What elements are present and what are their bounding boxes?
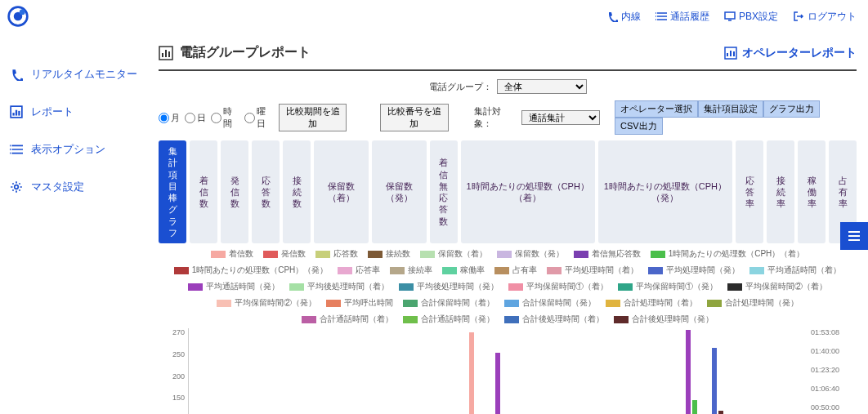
legend-item: 合計通話時間（発） bbox=[403, 314, 494, 325]
legend-item: 占有率 bbox=[494, 265, 537, 276]
chart-icon bbox=[10, 105, 23, 118]
legend-item: 平均後処理時間（着） bbox=[289, 281, 389, 292]
svg-rect-17 bbox=[165, 50, 167, 57]
sidebar-item-chart[interactable]: レポート bbox=[0, 93, 147, 131]
tab[interactable]: 稼働率 bbox=[798, 140, 825, 243]
tab[interactable]: 応答率 bbox=[736, 140, 763, 243]
sidebar-item-phone[interactable]: リアルタイムモニター bbox=[0, 56, 147, 93]
svg-rect-10 bbox=[18, 111, 20, 116]
logout-icon bbox=[793, 11, 804, 22]
legend-item: 着信数 bbox=[211, 248, 253, 260]
legend-item: 合計処理時間（着） bbox=[606, 297, 697, 309]
topnav-list[interactable]: 通話履歴 bbox=[655, 10, 709, 24]
legend-item: 平均通話時間（発） bbox=[188, 281, 280, 292]
bar-group bbox=[602, 328, 808, 414]
gear-icon bbox=[10, 180, 23, 194]
legend-item: 着信無応答数 bbox=[574, 248, 641, 260]
svg-rect-20 bbox=[727, 53, 728, 56]
app-logo bbox=[7, 5, 29, 28]
monitor-icon bbox=[724, 11, 736, 22]
legend-item: 合計処理時間（発） bbox=[707, 297, 799, 309]
svg-point-11 bbox=[10, 145, 11, 146]
tab[interactable]: 接続率 bbox=[767, 140, 794, 243]
period-day-radio[interactable]: 日 bbox=[185, 112, 206, 124]
tab[interactable]: 保留数（発） bbox=[372, 140, 427, 243]
svg-point-12 bbox=[10, 149, 11, 150]
operator-report-link[interactable]: オペレーターレポート bbox=[724, 46, 857, 60]
action-グラフ出力[interactable]: グラフ出力 bbox=[763, 100, 820, 118]
svg-rect-21 bbox=[730, 51, 732, 56]
legend-item: 保留数（発） bbox=[497, 248, 564, 260]
legend-item: 平均保留時間②（発） bbox=[217, 297, 316, 309]
legend-item: 1時間あたりの処理数（CPH）（着） bbox=[651, 248, 805, 260]
hamburger-icon bbox=[847, 229, 861, 243]
legend-item: 平均処理時間（発） bbox=[648, 265, 740, 276]
tab[interactable]: 応答数 bbox=[252, 140, 280, 243]
tab[interactable]: 保留数（着） bbox=[314, 140, 369, 243]
legend-item: 平均呼出時間 bbox=[326, 297, 393, 309]
legend-item: 稼働率 bbox=[442, 265, 485, 276]
bar bbox=[718, 411, 723, 414]
legend-item: 発信数 bbox=[263, 248, 306, 260]
bar bbox=[495, 353, 500, 414]
action-集計項目設定[interactable]: 集計項目設定 bbox=[698, 100, 763, 118]
period-month-radio[interactable]: 月 bbox=[159, 112, 180, 124]
tab[interactable]: 着信無応答数 bbox=[430, 140, 458, 243]
tab[interactable]: 接続数 bbox=[283, 140, 311, 243]
period-hour-radio[interactable]: 時間 bbox=[211, 105, 239, 130]
bar-group bbox=[395, 328, 601, 414]
svg-rect-22 bbox=[733, 51, 735, 56]
compare-period-button[interactable]: 比較期間を追加 bbox=[279, 104, 347, 131]
legend-item: 合計通話時間（着） bbox=[302, 314, 393, 325]
legend-item: 接続数 bbox=[368, 248, 410, 260]
tab[interactable]: 発信数 bbox=[221, 140, 248, 243]
tab[interactable]: 集計項目棒グラフ bbox=[159, 140, 186, 243]
tab[interactable]: 着信数 bbox=[190, 140, 217, 243]
svg-rect-8 bbox=[12, 113, 14, 115]
svg-point-13 bbox=[10, 152, 11, 154]
tab[interactable]: 1時間あたりの処理数（CPH）（着） bbox=[461, 140, 595, 243]
group-select[interactable]: 全体 bbox=[497, 79, 587, 94]
topnav-monitor[interactable]: PBX設定 bbox=[724, 10, 778, 24]
svg-rect-16 bbox=[162, 53, 163, 57]
period-weekday-radio[interactable]: 曜日 bbox=[244, 105, 273, 130]
group-label: 電話グループ： bbox=[429, 81, 492, 93]
phone-icon bbox=[606, 11, 618, 22]
legend-item: 応答率 bbox=[338, 265, 380, 276]
legend-item: 接続率 bbox=[390, 265, 432, 276]
legend-item: 合計保留時間（着） bbox=[403, 297, 494, 309]
legend-item: 合計後処理時間（発） bbox=[614, 314, 714, 325]
chart-icon bbox=[724, 47, 737, 60]
topnav-logout[interactable]: ログアウト bbox=[793, 10, 857, 24]
legend-item: 平均通話時間（着） bbox=[749, 265, 841, 276]
chart-icon bbox=[159, 46, 173, 60]
legend-item: 1時間あたりの処理数（CPH）（発） bbox=[174, 265, 329, 276]
agg-label: 集計対象： bbox=[474, 105, 517, 130]
list-icon bbox=[10, 143, 23, 156]
menu-float-button[interactable] bbox=[840, 222, 868, 250]
agg-select[interactable]: 通話集計 bbox=[521, 110, 600, 125]
legend-item: 合計保留時間（発） bbox=[504, 297, 596, 309]
svg-rect-18 bbox=[168, 51, 170, 57]
bar-group bbox=[189, 328, 395, 414]
svg-point-14 bbox=[15, 185, 19, 189]
sidebar-item-list[interactable]: 表示オプション bbox=[0, 131, 147, 168]
svg-point-3 bbox=[655, 12, 656, 14]
bar bbox=[469, 332, 474, 414]
sidebar-item-gear[interactable]: マスタ設定 bbox=[0, 168, 147, 206]
svg-point-2 bbox=[20, 9, 25, 15]
compare-number-button[interactable]: 比較番号を追加 bbox=[380, 104, 449, 131]
legend-item: 平均処理時間（着） bbox=[547, 265, 638, 276]
legend-item: 保留数（着） bbox=[420, 248, 487, 260]
legend-item: 平均後処理時間（発） bbox=[399, 281, 499, 292]
topnav-phone[interactable]: 内線 bbox=[606, 10, 641, 24]
page-title: 電話グループレポート bbox=[180, 44, 311, 61]
tab[interactable]: 1時間あたりの処理数（CPH）（発） bbox=[598, 140, 732, 243]
legend-item: 平均保留時間①（着） bbox=[508, 281, 608, 292]
legend-item: 平均保留時間②（着） bbox=[727, 281, 827, 292]
bar bbox=[686, 330, 691, 414]
action-CSV出力[interactable]: CSV出力 bbox=[615, 118, 663, 135]
legend-item: 合計後処理時間（着） bbox=[504, 314, 604, 325]
action-オペレーター選択[interactable]: オペレーター選択 bbox=[615, 100, 698, 118]
list-icon bbox=[655, 11, 667, 22]
